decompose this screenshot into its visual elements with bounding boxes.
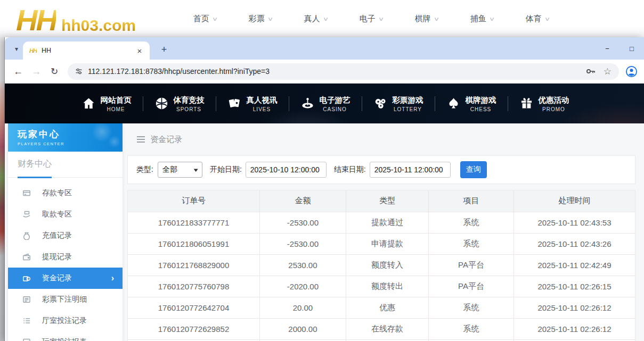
game-nav-promo[interactable]: 优惠活动PROMO: [508, 84, 581, 123]
cell-order: 1760120772642704: [128, 297, 260, 318]
site-nav-label: 体育: [526, 14, 542, 24]
funds-icon: [22, 274, 31, 282]
sidebar-title: 玩家中心: [18, 128, 123, 140]
cell-type: 在线存款: [346, 318, 428, 339]
site-info-icon[interactable]: [75, 68, 83, 75]
game-nav-chess[interactable]: 棋牌游戏CHESS: [435, 84, 508, 123]
tab-search-chevron-icon[interactable]: ▾: [11, 44, 22, 54]
site-nav-fishing[interactable]: 捕鱼 ∨: [454, 14, 510, 24]
site-nav-sports[interactable]: 体育 ∨: [510, 14, 565, 24]
game-nav-sports[interactable]: 体育竞技SPORTS: [143, 84, 216, 123]
chart-report-icon: [22, 338, 31, 341]
col-header-item: 项目: [429, 190, 514, 212]
chevron-down-icon: ∨: [267, 16, 274, 22]
chevron-down-icon: ∨: [212, 16, 218, 22]
sidebar-item-recharge-record[interactable]: 充值记录: [8, 225, 123, 246]
new-tab-button[interactable]: +: [157, 43, 171, 56]
sidebar-section-title: 财务中心: [8, 152, 123, 178]
logo-domain-text: hh03.com: [61, 16, 136, 34]
back-button[interactable]: ←: [9, 62, 27, 80]
site-nav-home[interactable]: 首页 ∨: [177, 14, 233, 24]
game-nav-casino[interactable]: 电子游艺CASINO: [289, 84, 362, 123]
site-nav-lottery[interactable]: 彩票 ∨: [233, 14, 288, 24]
funds-table-panel: 订单号 金额 类型 项目 处理时间 1760121833777771 -2530…: [127, 190, 635, 341]
end-date-input[interactable]: [370, 162, 451, 178]
type-select[interactable]: 全部 ▾: [158, 162, 202, 178]
site-nav-label: 电子: [360, 14, 376, 24]
table-row: 1760121833777771 -2530.00 提款通过 系统 2025-1…: [128, 212, 635, 233]
chevron-down-icon: ∨: [378, 16, 385, 22]
end-date-label: 结束日期:: [334, 165, 366, 174]
sidebar-item-funds-record[interactable]: 资金记录 ›: [8, 268, 123, 289]
withdraw-hand-icon: [22, 210, 31, 219]
table-row: 1760120775760798 -2020.00 额度转出 PA平台 2025…: [128, 276, 635, 297]
profile-avatar-icon[interactable]: [625, 65, 638, 78]
game-nav-en: LIVES: [253, 106, 271, 112]
game-nav-zh: 体育竞技: [174, 95, 205, 105]
game-nav-home[interactable]: 网站首页HOME: [70, 84, 143, 123]
sidebar-item-label: 取款专区: [42, 210, 72, 219]
browser-window: ▾ HH HH × + − □ ← → ↻ 112.121.172.181:87…: [4, 37, 644, 341]
browser-url-bar: ← → ↻ 112.121.172.181:8783/hhcp/usercent…: [5, 60, 644, 84]
cell-amount: -2020.00: [260, 276, 346, 297]
funds-table: 订单号 金额 类型 项目 处理时间 1760121833777771 -2530…: [128, 190, 635, 341]
main-content: 资金记录 类型: 全部 ▾ 开始日期: 结束日期: 查询: [127, 123, 635, 341]
site-nav-slots[interactable]: 电子 ∨: [344, 14, 399, 24]
minimize-button[interactable]: −: [595, 37, 619, 60]
address-bar[interactable]: 112.121.172.181:8783/hhcp/usercenter.htm…: [68, 63, 619, 80]
sidebar-item-room-bets[interactable]: 厅室投注记录: [8, 310, 123, 331]
game-nav-en: LOTTERY: [394, 106, 422, 112]
sidebar-item-lottery-bets[interactable]: 彩票下注明细: [8, 289, 123, 310]
chevron-right-icon: ›: [111, 273, 114, 283]
sidebar-item-deposit[interactable]: 存款专区: [8, 182, 123, 204]
money-bag-icon: [22, 231, 31, 240]
game-nav-zh: 电子游艺: [320, 95, 350, 105]
col-header-type: 类型: [346, 190, 428, 212]
tab-favicon: HH: [29, 47, 37, 54]
reload-button[interactable]: ↻: [45, 62, 63, 80]
close-icon[interactable]: ×: [135, 46, 144, 55]
game-nav-zh: 网站首页: [101, 95, 132, 105]
chevron-down-icon: ∨: [544, 16, 551, 22]
list-card-icon: [22, 295, 31, 304]
bullet-list-icon: [22, 317, 31, 325]
bookmark-star-icon[interactable]: ☆: [604, 66, 612, 77]
cell-time: 2025-10-11 02:43:26: [513, 233, 635, 254]
browser-tab[interactable]: HH HH ×: [23, 41, 150, 60]
sidebar-item-bet-report[interactable]: 玩家投注报表: [8, 331, 123, 341]
forward-button[interactable]: →: [27, 62, 45, 80]
site-nav: 首页 ∨ 彩票 ∨ 真人 ∨ 电子 ∨ 棋牌 ∨ 捕鱼 ∨ 体育 ∨: [177, 0, 565, 37]
url-text[interactable]: 112.121.172.181:8783/hhcp/usercenter.htm…: [88, 67, 578, 76]
maximize-button[interactable]: □: [619, 37, 644, 60]
sidebar-item-withdrawal-record[interactable]: 提现记录: [8, 246, 123, 268]
game-nav-lottery[interactable]: 彩票游戏LOTTERY: [362, 84, 435, 123]
sports-ball-icon: [154, 96, 169, 111]
cell-order: 1760120772629852: [128, 318, 260, 339]
site-header: HH hh03.com 首页 ∨ 彩票 ∨ 真人 ∨ 电子 ∨ 棋牌 ∨ 捕鱼 …: [0, 0, 644, 37]
game-nav-zh: 优惠活动: [539, 95, 569, 105]
site-nav-label: 彩票: [249, 14, 265, 24]
game-nav-zh: 彩票游戏: [393, 95, 423, 105]
sidebar-header: 玩家中心 PLAYERS CENTER: [8, 123, 123, 152]
site-nav-label: 棋牌: [415, 14, 431, 24]
game-nav-en: CASINO: [323, 106, 346, 112]
start-date-label: 开始日期:: [210, 165, 242, 174]
cell-time: 2025-10-11 02:26:12: [513, 297, 635, 318]
game-nav-en: PROMO: [542, 106, 565, 112]
sidebar: 玩家中心 PLAYERS CENTER 财务中心 存款专区 取款专区 充值记录: [8, 123, 123, 341]
game-nav-en: CHESS: [470, 106, 491, 112]
playing-cards-icon: [227, 96, 242, 111]
sidebar-item-label: 提现记录: [42, 252, 72, 262]
site-nav-live[interactable]: 真人 ∨: [288, 14, 344, 24]
cell-order: 1760121768829000: [128, 254, 260, 276]
cell-amount: -2530.00: [260, 212, 346, 233]
window-controls: − □: [595, 37, 644, 60]
site-logo[interactable]: HH hh03.com: [16, 0, 136, 37]
game-nav-live[interactable]: 真人视讯LIVES: [216, 84, 289, 123]
start-date-input[interactable]: [246, 162, 327, 178]
game-nav-en: SPORTS: [176, 106, 201, 112]
password-key-icon[interactable]: [586, 68, 596, 75]
query-button[interactable]: 查询: [460, 161, 487, 178]
site-nav-chess[interactable]: 棋牌 ∨: [399, 14, 454, 24]
sidebar-item-withdraw[interactable]: 取款专区: [8, 204, 123, 225]
